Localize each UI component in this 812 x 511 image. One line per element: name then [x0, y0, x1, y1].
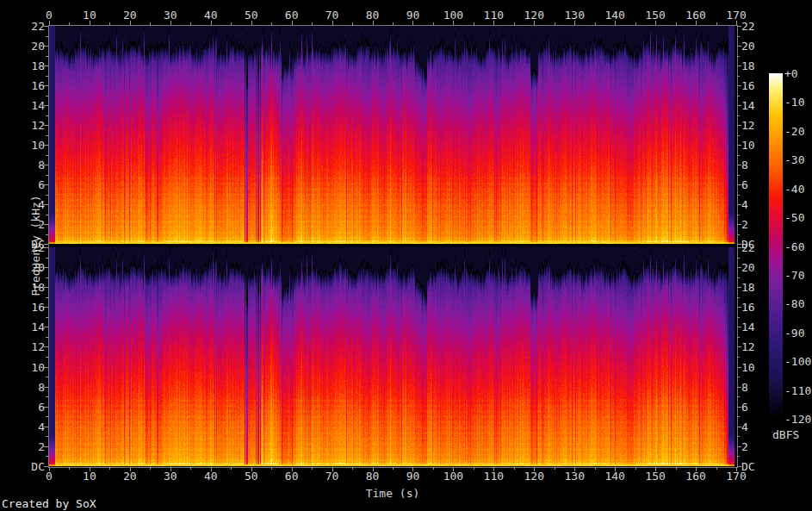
freq-tick-label-right: 10 [741, 140, 755, 151]
time-tick-top [332, 21, 333, 25]
spectrogram-channel-right [49, 247, 736, 466]
colorbar-tick-label: -70 [784, 269, 804, 280]
freq-tick-right [737, 346, 741, 347]
time-tick-label-bottom: 60 [285, 470, 299, 482]
freq-minor-tick-left [46, 297, 48, 298]
colorbar-tick-label: +0 [784, 68, 798, 79]
time-tick-bottom [292, 467, 293, 471]
freq-tick-left [44, 307, 48, 308]
colorbar-tick-label: -60 [784, 240, 804, 252]
freq-tick-right [737, 287, 741, 288]
time-minor-tick-bottom [109, 467, 110, 470]
freq-tick-right [737, 407, 741, 408]
freq-tick-left [44, 446, 48, 447]
freq-tick-right [737, 466, 741, 467]
time-minor-tick-top [109, 22, 110, 25]
time-tick-top [49, 21, 50, 25]
freq-tick-label-right: 4 [741, 199, 748, 210]
freq-tick-left [44, 184, 48, 185]
freq-tick-label-right: 22 [741, 242, 755, 253]
freq-tick-label-right: 12 [741, 341, 755, 352]
freq-tick-label-right: 16 [741, 80, 755, 91]
time-minor-tick-bottom [716, 467, 717, 470]
freq-tick-label-left: 20 [10, 262, 45, 273]
freq-tick-left [44, 247, 48, 248]
freq-tick-label-left: 2 [10, 440, 45, 452]
freq-tick-label-right: 6 [741, 179, 748, 190]
freq-tick-label-left: 8 [10, 159, 45, 171]
freq-tick-label-right: 14 [741, 100, 755, 111]
freq-tick-label-right: 22 [741, 21, 755, 32]
freq-tick-left [44, 65, 48, 66]
time-tick-label-bottom: 160 [685, 470, 705, 482]
freq-tick-label-right: 20 [741, 41, 755, 52]
freq-tick-label-left: DC [10, 461, 45, 472]
time-tick-top [736, 21, 737, 25]
freq-minor-tick-right [737, 195, 740, 196]
freq-minor-tick-right [737, 297, 740, 298]
spectrogram-channel-left [49, 26, 736, 244]
freq-minor-tick-left [46, 135, 48, 136]
freq-tick-label-left: 8 [10, 381, 45, 392]
time-minor-tick-bottom [393, 467, 394, 470]
freq-minor-tick-left [46, 36, 48, 37]
freq-minor-tick-left [46, 96, 48, 97]
freq-minor-tick-left [46, 215, 48, 215]
time-tick-bottom [574, 467, 575, 471]
freq-tick-left [44, 46, 48, 47]
freq-minor-tick-left [46, 115, 48, 116]
freq-tick-right [737, 184, 741, 185]
freq-tick-label-left: 4 [10, 421, 45, 432]
freq-tick-left [44, 267, 48, 268]
freq-tick-left [44, 224, 48, 225]
time-tick-label-top: 130 [564, 9, 584, 21]
freq-tick-right [737, 26, 741, 27]
time-minor-tick-top [312, 22, 313, 25]
freq-tick-label-left: 2 [10, 219, 45, 230]
freq-tick-label-left: 10 [10, 361, 45, 372]
freq-tick-label-right: 10 [741, 361, 755, 372]
time-minor-tick-bottom [69, 467, 70, 470]
time-tick-top [251, 21, 252, 25]
freq-tick-right [737, 145, 741, 146]
freq-tick-label-right: 8 [741, 381, 748, 392]
time-tick-top [373, 21, 374, 25]
credit-text: Created by SoX [2, 498, 96, 509]
freq-tick-label-left: 18 [10, 282, 45, 293]
freq-tick-left [44, 85, 48, 86]
freq-tick-label-left: 14 [10, 100, 45, 111]
time-minor-tick-top [514, 22, 515, 25]
time-minor-tick-bottom [190, 467, 191, 470]
freq-tick-right [737, 267, 741, 268]
time-tick-label-bottom: 0 [46, 470, 53, 482]
time-tick-label-top: 80 [366, 9, 380, 21]
freq-tick-right [737, 46, 741, 47]
colorbar-tick-label: -50 [784, 212, 804, 223]
freq-minor-tick-left [46, 456, 48, 457]
time-tick-label-top: 60 [285, 9, 299, 21]
freq-tick-right [737, 125, 741, 126]
time-tick-label-top: 40 [204, 9, 218, 21]
freq-tick-left [44, 287, 48, 288]
time-tick-bottom [736, 467, 737, 471]
freq-minor-tick-left [46, 175, 48, 176]
freq-tick-label-left: 12 [10, 120, 45, 131]
freq-minor-tick-right [737, 155, 740, 156]
colorbar-tick-label: -40 [784, 183, 804, 194]
time-tick-top [90, 21, 90, 25]
colorbar-tick-label: -10 [784, 97, 804, 108]
time-minor-tick-bottom [514, 467, 515, 470]
freq-minor-tick-left [46, 56, 48, 57]
time-minor-tick-bottom [312, 467, 313, 470]
freq-tick-left [44, 145, 48, 146]
colorbar-tick-label: -20 [784, 125, 804, 136]
freq-minor-tick-left [46, 76, 48, 77]
x-axis-title: Time (s) [366, 488, 420, 499]
freq-tick-left [44, 387, 48, 388]
time-tick-label-bottom: 10 [83, 470, 96, 482]
freq-tick-right [737, 446, 741, 447]
freq-tick-label-right: DC [741, 461, 755, 472]
time-tick-label-top: 160 [685, 9, 705, 21]
time-tick-top [130, 21, 131, 25]
freq-tick-right [737, 367, 741, 368]
